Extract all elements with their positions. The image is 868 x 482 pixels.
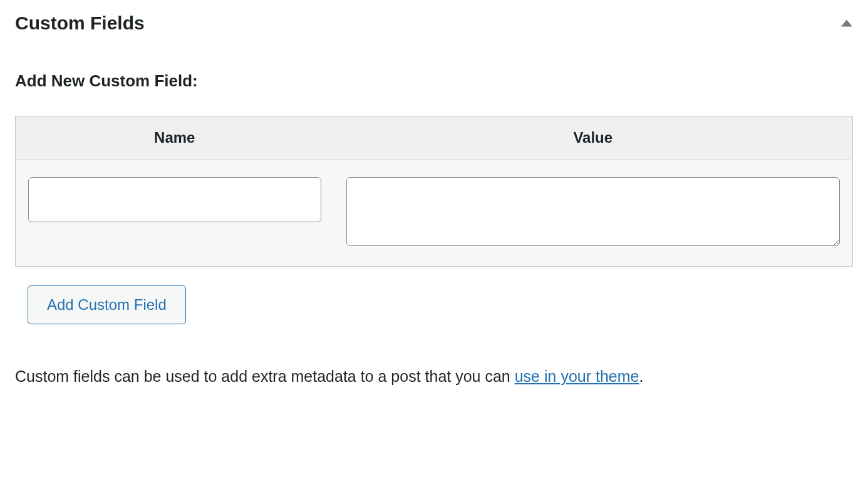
panel-title: Custom Fields (15, 13, 145, 34)
custom-fields-panel: Custom Fields Add New Custom Field: Name… (0, 0, 868, 404)
name-input[interactable] (28, 177, 321, 222)
custom-fields-table: Name Value (15, 116, 853, 267)
add-custom-field-button[interactable]: Add Custom Field (28, 285, 186, 324)
use-in-theme-link[interactable]: use in your theme (515, 367, 639, 385)
help-text-before: Custom fields can be used to add extra m… (15, 367, 515, 385)
help-text: Custom fields can be used to add extra m… (15, 362, 853, 392)
value-textarea[interactable] (346, 177, 840, 246)
panel-header: Custom Fields (15, 13, 853, 34)
help-text-after: . (639, 367, 643, 385)
add-button-wrap: Add Custom Field (28, 285, 853, 324)
column-header-value: Value (334, 116, 853, 160)
chevron-up-icon (841, 19, 852, 27)
table-row (16, 160, 853, 267)
collapse-toggle[interactable] (840, 17, 853, 29)
add-new-heading: Add New Custom Field: (15, 71, 853, 91)
column-header-name: Name (16, 116, 334, 160)
